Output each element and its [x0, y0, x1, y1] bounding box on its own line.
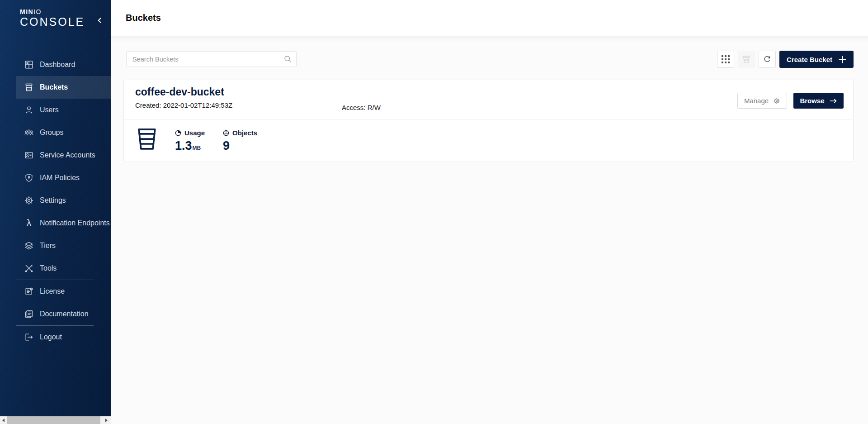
grid-view-icon	[722, 55, 730, 63]
sidebar-item-notification-endpoints[interactable]: λ Notification Endpoints	[16, 212, 111, 234]
sidebar-item-label: Service Accounts	[40, 151, 95, 159]
tiers-icon	[24, 240, 34, 251]
sidebar-item-label: Users	[40, 106, 59, 114]
sidebar-item-license[interactable]: License	[16, 280, 111, 303]
page-header: Buckets	[111, 0, 868, 36]
lambda-icon: λ	[24, 218, 34, 229]
toolbar-actions: Create Bucket	[717, 51, 854, 68]
sidebar-item-label: Tiers	[40, 242, 56, 250]
create-bucket-label: Create Bucket	[787, 56, 832, 63]
search-icon	[283, 55, 292, 65]
refresh-button[interactable]	[759, 51, 776, 68]
sidebar-item-groups[interactable]: Groups	[16, 121, 111, 144]
sidebar-item-label: Dashboard	[40, 61, 75, 69]
arrow-right-icon	[830, 98, 837, 104]
sidebar-item-label: IAM Policies	[40, 174, 80, 182]
sidebar-item-buckets[interactable]: Buckets	[16, 76, 111, 99]
sidebar-item-label: Groups	[40, 129, 63, 137]
sidebar-item-label: License	[40, 287, 65, 295]
horizontal-scrollbar[interactable]	[0, 416, 111, 424]
bucket-icon	[24, 82, 34, 93]
objects-metric: Objects 9	[223, 126, 257, 153]
search-input[interactable]	[126, 51, 297, 67]
pie-usage-icon	[175, 130, 181, 136]
bucket-access: Access: R/W	[342, 104, 381, 111]
usage-value-row: 1.3MB	[175, 139, 205, 153]
bucket-card-stats: Usage 1.3MB Objects 9	[124, 120, 853, 154]
sidebar-collapse-button[interactable]	[95, 16, 104, 24]
usage-metric: Usage 1.3MB	[175, 126, 205, 153]
objects-label: Objects	[232, 129, 257, 137]
content-area: Create Bucket coffee-dev-bucket Created:…	[111, 36, 868, 424]
sidebar-item-documentation[interactable]: Documentation	[16, 303, 111, 325]
bucket-card-header: coffee-dev-bucket Created: 2022-01-02T12…	[124, 80, 853, 120]
sidebar-item-service-accounts[interactable]: Service Accounts	[16, 144, 111, 167]
dashboard-icon	[24, 59, 34, 70]
sidebar-item-tools[interactable]: Tools	[16, 257, 111, 280]
logo-minio-light: IO	[33, 8, 42, 15]
grid-view-button[interactable]	[717, 51, 734, 68]
sidebar-item-label: Buckets	[40, 83, 68, 91]
browse-button[interactable]: Browse	[793, 93, 844, 109]
scrollbar-right-arrow[interactable]	[103, 416, 110, 424]
refresh-icon	[763, 55, 772, 64]
gear-icon	[24, 195, 34, 206]
logo-minio-bold: MIN	[20, 8, 33, 15]
plus-icon	[839, 56, 846, 63]
scrollbar-left-arrow[interactable]	[0, 416, 7, 424]
search-box	[126, 51, 297, 67]
sidebar-menu: Dashboard Buckets Users Groups Service A…	[0, 36, 111, 348]
page-title: Buckets	[126, 13, 161, 23]
groups-icon	[24, 127, 34, 138]
sidebar-item-users[interactable]: Users	[16, 99, 111, 121]
tools-icon	[24, 263, 34, 274]
main-area: Buckets Create Bucke	[111, 0, 868, 424]
sidebar-header: MINIO CONSOLE	[0, 0, 111, 36]
sidebar-item-dashboard[interactable]: Dashboard	[16, 53, 111, 76]
sidebar-item-label: Documentation	[40, 310, 89, 318]
usage-unit: MB	[193, 145, 201, 151]
chevron-left-icon	[97, 17, 102, 24]
sidebar-item-label: Settings	[40, 196, 66, 205]
manage-label: Manage	[744, 97, 769, 105]
objects-label-row: Objects	[223, 129, 257, 137]
bucket-view-icon	[742, 55, 751, 64]
usage-label-row: Usage	[175, 129, 205, 137]
sidebar-item-label: Tools	[40, 264, 57, 272]
sidebar-item-tiers[interactable]: Tiers	[16, 234, 111, 257]
logo-minio: MINIO	[20, 9, 85, 15]
bucket-card: coffee-dev-bucket Created: 2022-01-02T12…	[123, 80, 854, 162]
documentation-icon	[24, 309, 34, 319]
browse-label: Browse	[800, 97, 824, 105]
logo: MINIO CONSOLE	[20, 9, 85, 28]
objects-value-row: 9	[223, 139, 257, 153]
sidebar-item-iam-policies[interactable]: IAM Policies	[16, 167, 111, 189]
sidebar-item-logout[interactable]: Logout	[16, 326, 111, 348]
sidebar-item-settings[interactable]: Settings	[16, 189, 111, 212]
manage-button[interactable]: Manage	[737, 93, 787, 109]
scrollbar-thumb[interactable]	[7, 416, 100, 424]
sidebar-item-label: Logout	[40, 333, 62, 341]
gear-icon	[773, 97, 780, 105]
list-view-button	[738, 51, 755, 68]
sidebar: MINIO CONSOLE Dashboard Buckets Users	[0, 0, 111, 416]
service-accounts-icon	[24, 150, 34, 161]
sidebar-item-label: Notification Endpoints	[40, 219, 110, 227]
bucket-icon	[135, 126, 159, 154]
shield-icon	[24, 172, 34, 183]
usage-label: Usage	[184, 129, 205, 137]
user-icon	[24, 105, 34, 115]
license-icon	[24, 286, 34, 297]
objects-count: 9	[223, 139, 230, 153]
logo-console: CONSOLE	[20, 16, 85, 28]
logout-icon	[24, 332, 34, 343]
create-bucket-button[interactable]: Create Bucket	[779, 51, 854, 68]
objects-icon	[223, 130, 229, 136]
usage-value: 1.3	[175, 139, 192, 153]
